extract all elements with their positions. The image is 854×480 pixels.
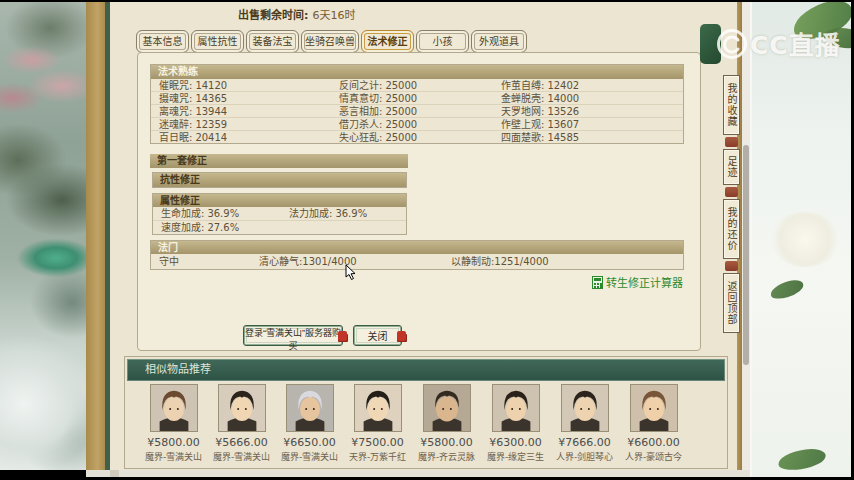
item-price: ¥6650.00: [276, 436, 343, 449]
leaf-decoration: [777, 447, 827, 472]
vertical-scrollbar[interactable]: [742, 2, 750, 470]
seal-knot-icon: [338, 331, 347, 341]
watercolor-background: [752, 2, 851, 477]
item-server: 天界-万紫千红: [344, 450, 411, 463]
attr-row: 速度加成:27.6%: [153, 221, 406, 235]
sale-time-value: 6天16时: [312, 9, 355, 22]
item-price: ¥7666.00: [551, 436, 618, 449]
item-server: 魔界-雪满关山: [140, 450, 207, 463]
resist-correction-title: 抗性修正: [153, 173, 406, 187]
attr-correction-section: 属性修正 生命加成:36.9% 法力加成:36.9% 速度加成:27.6%: [152, 193, 407, 235]
character-portrait: [218, 384, 266, 432]
recommend-card[interactable]: ¥5800.00 魔界-雪满关山: [140, 384, 207, 463]
knot-decoration: [725, 261, 738, 271]
login-buy-button[interactable]: 登录“雪满关山”服务器购买: [243, 325, 343, 346]
recommend-card[interactable]: ¥5666.00 魔界-雪满关山: [208, 384, 275, 463]
item-server: 魔界-缘定三生: [482, 450, 549, 463]
flower-decoration: [770, 212, 840, 267]
sidebar-item-back-to-top[interactable]: 返回顶部: [723, 273, 740, 333]
recommend-card[interactable]: ¥5800.00 魔界-齐云灵脉: [413, 384, 480, 463]
item-price: ¥5666.00: [208, 436, 275, 449]
item-server: 魔界-雪满关山: [276, 450, 343, 463]
item-price: ¥5800.00: [140, 436, 207, 449]
attr-row: 生命加成:36.9% 法力加成:36.9%: [153, 207, 406, 221]
character-portrait: [423, 384, 471, 432]
character-portrait: [354, 384, 402, 432]
famen-entry-2: 以静制动:1251/4000: [451, 254, 549, 269]
game-artwork-background: [0, 2, 86, 470]
spell-proficiency-title: 法术熟练: [151, 65, 683, 79]
recommend-title: 相似物品推荐: [127, 359, 725, 381]
tab-spell-correction[interactable]: 法术修正: [361, 30, 414, 53]
item-server: 魔界-齐云灵脉: [413, 450, 480, 463]
tab-equipment[interactable]: 装备法宝: [246, 30, 299, 53]
famen-title: 法门: [151, 241, 683, 254]
character-portrait: [561, 384, 609, 432]
letterbox-top: [0, 0, 854, 2]
sidebar-item-my-counteroffer[interactable]: 我的还价: [723, 199, 740, 259]
sidebar-item-footprints[interactable]: 足迹: [723, 149, 740, 185]
character-portrait: [286, 384, 334, 432]
spell-proficiency-section: 法术熟练 催眠咒:14120 反间之计:25000 作茧自缚:12402 摄魂咒…: [150, 64, 684, 144]
item-price: ¥6600.00: [620, 436, 687, 449]
vertical-scrollbar-thumb[interactable]: [743, 145, 749, 365]
item-server: 人界-豪颂古今: [620, 450, 687, 463]
sale-time-label: 出售剩余时间:: [238, 9, 308, 22]
seal-knot-icon: [397, 331, 406, 341]
close-button[interactable]: 关闭: [353, 325, 402, 346]
tab-basic-info[interactable]: 基本信息: [136, 30, 189, 53]
spell-row: 离魂咒:13944 恶言相加:25000 天罗地网:13526: [151, 105, 683, 118]
tab-appearance[interactable]: 外观道具: [471, 30, 527, 53]
spell-row: 催眠咒:14120 反间之计:25000 作茧自缚:12402: [151, 79, 683, 92]
item-price: ¥5800.00: [413, 436, 480, 449]
resist-correction-section: 抗性修正: [152, 172, 407, 188]
rebirth-calc-label: 转生修正计算器: [606, 274, 683, 290]
character-portrait: [492, 384, 540, 432]
attr-correction-title: 属性修正: [153, 194, 406, 207]
item-price: ¥7500.00: [344, 436, 411, 449]
mouse-cursor: [345, 264, 357, 281]
character-portrait: [630, 384, 678, 432]
page-left-border: [86, 2, 105, 470]
correction-set-title: 第一套修正: [150, 154, 408, 168]
sale-time: 出售剩余时间:6天16时: [238, 6, 355, 22]
calculator-icon: [592, 276, 603, 289]
recommend-card[interactable]: ¥6300.00 魔界-缘定三生: [482, 384, 549, 463]
item-server: 魔界-雪满关山: [208, 450, 275, 463]
tab-attr-resist[interactable]: 属性抗性: [191, 30, 244, 53]
famen-row: 守中 清心静气:1301/4000 以静制动:1251/4000: [151, 254, 683, 269]
character-portrait: [150, 384, 198, 432]
leaf-decoration: [769, 278, 806, 302]
recommend-card[interactable]: ¥7666.00 人界-剑胆琴心: [551, 384, 618, 463]
famen-entry-1: 清心静气:1301/4000: [259, 254, 357, 269]
recommend-card[interactable]: ¥6600.00 人界-豪颂古今: [620, 384, 687, 463]
screen: 出售剩余时间:6天16时 基本信息 属性抗性 装备法宝 坐骑召唤兽 法术修正 小…: [0, 0, 854, 480]
recommend-card[interactable]: ¥6650.00 魔界-雪满关山: [276, 384, 343, 463]
tab-mount-pet[interactable]: 坐骑召唤兽: [301, 30, 359, 53]
item-server: 人界-剑胆琴心: [551, 450, 618, 463]
sidebar-item-favorites[interactable]: 我的收藏: [723, 75, 740, 135]
tab-child[interactable]: 小孩: [416, 30, 469, 53]
horizontal-scrollbar[interactable]: [86, 470, 750, 477]
item-price: ¥6300.00: [482, 436, 549, 449]
spell-row: 迷魂醉:12359 借刀杀人:25000 作壁上观:13607: [151, 118, 683, 131]
spell-row: 百日眠:20414 失心狂乱:25000 四面楚歌:14585: [151, 131, 683, 144]
knot-decoration: [725, 137, 738, 147]
spell-row: 摄魂咒:14365 情真意切:25000 金蝉脱壳:14000: [151, 92, 683, 105]
scrollbar-arrow[interactable]: [110, 470, 119, 477]
famen-row-label: 守中: [159, 254, 179, 269]
recommend-card[interactable]: ¥7500.00 天界-万紫千红: [344, 384, 411, 463]
knot-decoration: [725, 187, 738, 197]
famen-section: 法门 守中 清心静气:1301/4000 以静制动:1251/4000: [150, 240, 684, 270]
rebirth-calc-link[interactable]: 转生修正计算器: [592, 274, 683, 290]
